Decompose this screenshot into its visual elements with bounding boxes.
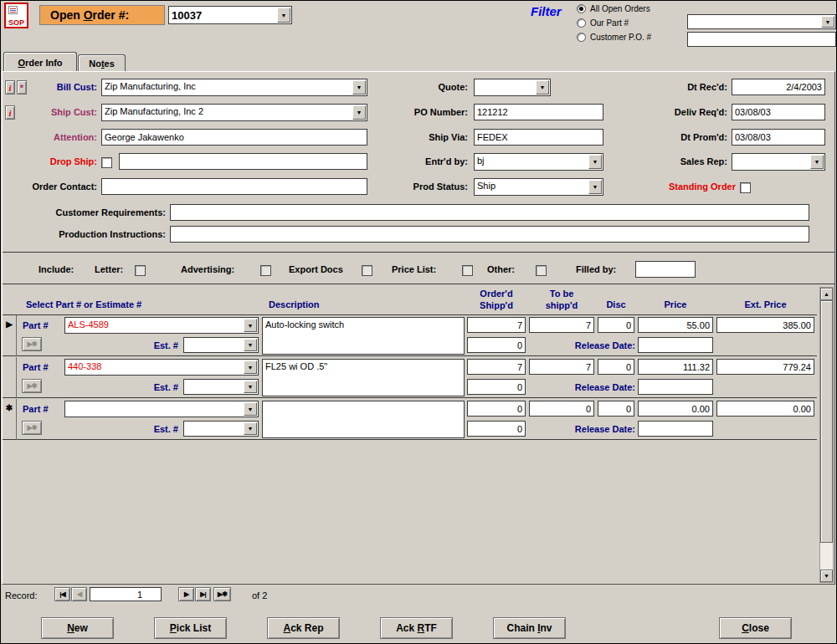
dt-promd-field[interactable] [732, 129, 825, 146]
record-selector[interactable]: ▶ [3, 315, 17, 356]
est-combo[interactable]: ▼ [183, 379, 259, 395]
part-combo[interactable]: ▼ [64, 401, 259, 417]
dropdown-arrow-icon[interactable]: ▼ [810, 155, 824, 169]
part-combo[interactable]: 440-338 ▼ [64, 359, 259, 376]
pick-list-button[interactable]: Pick List [154, 617, 227, 639]
ordered-field[interactable] [467, 317, 526, 333]
ext-price-field[interactable] [716, 317, 814, 333]
description-field[interactable]: Auto-locking switch [262, 317, 465, 355]
chain-inv-button[interactable]: Chain Inv [493, 617, 566, 639]
production-instructions-field[interactable] [170, 226, 809, 243]
dropdown-arrow-icon[interactable]: ▼ [588, 180, 602, 194]
scroll-thumb[interactable] [820, 300, 833, 543]
dropdown-arrow-icon[interactable]: ▼ [821, 16, 834, 28]
customer-requirements-field[interactable] [170, 204, 809, 221]
dropdown-arrow-icon[interactable]: ▼ [244, 360, 257, 374]
dropdown-arrow-icon[interactable]: ▼ [536, 80, 549, 95]
po-number-field[interactable] [474, 104, 603, 120]
to-be-shipped-field[interactable] [529, 317, 594, 333]
standing-order-checkbox[interactable] [740, 182, 751, 193]
drop-ship-checkbox[interactable] [101, 157, 112, 168]
radio-customer-po[interactable] [577, 33, 586, 42]
price-field[interactable] [638, 359, 713, 375]
ship-via-field[interactable] [474, 129, 603, 146]
record-number-field[interactable] [90, 587, 162, 601]
close-button[interactable]: Close [719, 617, 792, 639]
new-record-button[interactable]: ▶✱ [213, 587, 231, 601]
previous-record-button[interactable]: ◀ [71, 587, 87, 601]
prod-status-combo[interactable]: Ship ▼ [474, 178, 603, 196]
deliv-reqd-field[interactable] [732, 104, 825, 120]
entrd-by-combo[interactable]: bj ▼ [474, 153, 603, 171]
price-field[interactable] [638, 317, 713, 333]
shipped-field[interactable] [467, 421, 526, 437]
ext-price-field[interactable] [716, 401, 814, 417]
goto-estimate-button[interactable]: ▶✱ [22, 379, 42, 393]
scroll-up-button[interactable]: ▲ [820, 288, 833, 300]
export-docs-checkbox[interactable] [362, 265, 372, 276]
price-field[interactable] [638, 401, 713, 417]
quote-combo[interactable]: ▼ [474, 79, 551, 96]
to-be-shipped-field[interactable] [529, 359, 594, 375]
goto-estimate-button[interactable]: ▶✱ [22, 337, 42, 351]
dropdown-arrow-icon[interactable]: ▼ [244, 402, 257, 416]
attention-field[interactable] [101, 129, 367, 146]
goto-estimate-button[interactable]: ▶✱ [22, 421, 42, 435]
dropdown-arrow-icon[interactable]: ▼ [244, 339, 257, 351]
filled-by-field[interactable] [635, 261, 696, 278]
part-filter-combo[interactable]: ▼ [687, 14, 836, 29]
letter-checkbox[interactable] [135, 265, 146, 276]
ship-cust-info-button[interactable]: i [5, 105, 15, 120]
sales-rep-combo[interactable]: ▼ [732, 153, 825, 171]
drop-ship-field[interactable] [119, 153, 367, 170]
tab-order-info[interactable]: Order Info [3, 52, 77, 72]
new-button[interactable]: New [41, 617, 114, 639]
release-date-field[interactable] [638, 379, 713, 395]
radio-all-open-orders[interactable] [577, 4, 586, 13]
ordered-field[interactable] [467, 359, 526, 375]
description-field[interactable] [262, 401, 465, 438]
po-filter-field[interactable] [687, 32, 836, 47]
first-record-button[interactable]: |◀ [54, 587, 70, 601]
record-selector[interactable] [3, 357, 17, 398]
disc-field[interactable] [598, 401, 634, 417]
disc-field[interactable] [598, 317, 634, 333]
est-combo[interactable]: ▼ [183, 337, 259, 353]
next-record-button[interactable]: ▶ [178, 587, 194, 601]
ordered-field[interactable] [467, 401, 526, 417]
dropdown-arrow-icon[interactable]: ▼ [244, 319, 257, 332]
dropdown-arrow-icon[interactable]: ▼ [352, 105, 366, 120]
advertising-checkbox[interactable] [260, 265, 271, 276]
dropdown-arrow-icon[interactable]: ▼ [352, 80, 366, 95]
to-be-shipped-field[interactable] [529, 401, 594, 417]
order-contact-field[interactable] [101, 178, 367, 195]
release-date-field[interactable] [638, 337, 713, 353]
release-date-field[interactable] [638, 421, 713, 437]
est-combo[interactable]: ▼ [183, 421, 259, 437]
dropdown-arrow-icon[interactable]: ▼ [244, 381, 257, 393]
shipped-field[interactable] [467, 337, 526, 353]
price-list-checkbox[interactable] [462, 265, 473, 276]
dropdown-arrow-icon[interactable]: ▼ [277, 8, 290, 23]
last-record-button[interactable]: ▶| [195, 587, 211, 601]
tab-notes[interactable]: Notes [78, 54, 126, 72]
bill-cust-info-button[interactable]: i [5, 80, 15, 95]
shipped-field[interactable] [467, 379, 526, 395]
bill-cust-combo[interactable]: Zip Manufacturing, Inc ▼ [101, 79, 367, 96]
dt-recd-field[interactable] [732, 79, 825, 95]
scroll-down-button[interactable]: ▼ [820, 570, 833, 582]
part-combo[interactable]: ALS-4589 ▼ [64, 317, 259, 334]
dropdown-arrow-icon[interactable]: ▼ [588, 155, 602, 169]
order-number-combo[interactable]: 10037 ▼ [168, 6, 292, 24]
ship-cust-combo[interactable]: Zip Manufacturing, Inc 2 ▼ [101, 104, 367, 121]
ack-rep-button[interactable]: Ack Rep [267, 617, 340, 639]
dropdown-arrow-icon[interactable]: ▼ [244, 422, 257, 435]
radio-our-part[interactable] [577, 18, 586, 28]
ext-price-field[interactable] [716, 359, 814, 375]
other-checkbox[interactable] [536, 265, 547, 276]
description-field[interactable]: FL25 wi OD .5" [262, 359, 465, 396]
ack-rtf-button[interactable]: Ack RTF [380, 617, 453, 639]
vertical-scrollbar[interactable]: ▲ ▼ [819, 287, 834, 583]
disc-field[interactable] [598, 359, 634, 375]
record-selector[interactable]: ✱ [3, 399, 17, 440]
